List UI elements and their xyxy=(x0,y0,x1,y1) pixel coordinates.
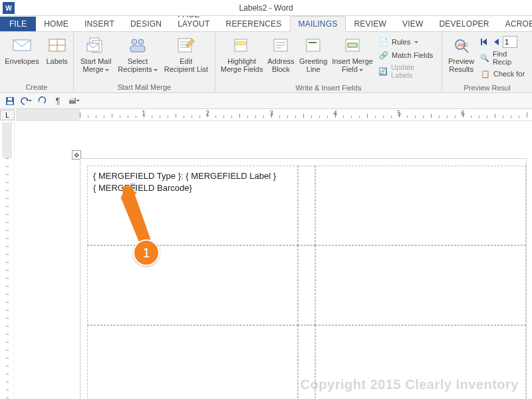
check-errors-button[interactable]: 📋Check for xyxy=(479,68,527,80)
envelopes-button[interactable]: Envelopes xyxy=(2,33,41,66)
labels-icon xyxy=(47,35,68,56)
watermark: Copyright 2015 Clearly Inventory xyxy=(301,377,519,392)
tab-references[interactable]: REFERENCES xyxy=(218,17,290,31)
paragraph-marks-button[interactable]: ¶ xyxy=(52,95,64,107)
vertical-ruler[interactable] xyxy=(0,122,15,399)
tab-mailings[interactable]: MAILINGS xyxy=(290,16,346,32)
group-create: Envelopes Labels Create xyxy=(0,32,74,92)
prev-record-button[interactable] xyxy=(491,37,501,47)
record-number-input[interactable] xyxy=(503,36,517,48)
svg-point-7 xyxy=(132,39,137,45)
label-cell-1[interactable]: { MERGEFIELD Type }: { MERGEFIELD Label … xyxy=(87,166,298,245)
insert-merge-field-button[interactable]: Insert Merge Field xyxy=(331,33,374,82)
svg-rect-16 xyxy=(236,42,245,45)
update-labels-button[interactable]: 🔄Update Labels xyxy=(377,63,436,80)
group-write-label: Write & Insert Fields xyxy=(219,82,438,93)
label-cell-5[interactable] xyxy=(87,325,298,399)
chevron-down-icon xyxy=(154,69,158,73)
svg-marker-28 xyxy=(482,39,487,45)
group-create-label: Create xyxy=(4,82,69,92)
gutter xyxy=(298,245,315,325)
select-recipients-button[interactable]: Select Recipients xyxy=(115,33,160,74)
word-app-icon: W xyxy=(3,2,15,14)
svg-rect-33 xyxy=(8,98,12,100)
recipients-icon xyxy=(127,35,148,56)
chevron-down-icon xyxy=(359,69,363,73)
preview-icon: ABC xyxy=(451,35,472,56)
quick-access-toolbar: ¶ xyxy=(0,93,532,109)
start-mail-merge-icon xyxy=(85,35,106,56)
group-preview-label: Preview Resul xyxy=(446,82,528,93)
tab-file[interactable]: FILE xyxy=(0,17,36,31)
envelope-icon xyxy=(11,35,33,56)
labels-table: { MERGEFIELD Type }: { MERGEFIELD Label … xyxy=(87,166,526,399)
first-record-button[interactable] xyxy=(479,37,489,47)
label-cell-2[interactable] xyxy=(315,166,526,245)
group-write-insert: Highlight Merge Fields Address Block Gre… xyxy=(215,32,442,92)
document-area[interactable]: ✥ { MERGEFIELD Type }: { MERGEFIELD Labe… xyxy=(16,122,532,399)
record-nav xyxy=(479,36,527,48)
check-icon: 📋 xyxy=(480,68,491,79)
svg-rect-32 xyxy=(7,102,13,104)
tab-acrobat[interactable]: ACROBAT xyxy=(497,17,532,31)
chevron-down-icon xyxy=(414,41,418,45)
callout-badge-1: 1 xyxy=(133,239,160,266)
pilcrow-icon: ¶ xyxy=(56,96,61,106)
svg-rect-24 xyxy=(348,43,357,47)
edit-list-icon xyxy=(176,35,197,56)
find-recipient-button[interactable]: 🔍Find Recip xyxy=(479,49,527,66)
save-icon xyxy=(5,96,15,106)
svg-rect-15 xyxy=(235,39,247,51)
label-cell-4[interactable] xyxy=(315,245,526,325)
address-block-icon xyxy=(270,35,291,56)
edit-recipient-list-button[interactable]: Edit Recipient List xyxy=(162,33,211,74)
ribbon: Envelopes Labels Create Start Mail Merge xyxy=(0,32,532,93)
save-button[interactable] xyxy=(4,95,16,107)
window-title: Labels2 - Word xyxy=(239,3,293,13)
chevron-down-icon xyxy=(105,69,109,73)
address-block-button[interactable]: Address Block xyxy=(265,33,296,82)
tab-developer[interactable]: DEVELOPER xyxy=(432,17,497,31)
group-start-mail-merge: Start Mail Merge Select Recipients Edit … xyxy=(74,32,215,92)
page: { MERGEFIELD Type }: { MERGEFIELD Label … xyxy=(80,158,527,399)
chevron-down-icon xyxy=(76,100,80,104)
rules-button[interactable]: 📄Rules xyxy=(377,36,436,48)
highlight-icon xyxy=(231,35,253,56)
undo-icon xyxy=(20,96,28,106)
tab-selector[interactable]: L xyxy=(0,110,15,120)
chevron-down-icon xyxy=(28,100,32,104)
update-icon: 🔄 xyxy=(378,66,388,76)
start-mail-merge-button[interactable]: Start Mail Merge xyxy=(78,33,114,74)
gutter xyxy=(298,166,315,245)
tab-insert[interactable]: INSERT xyxy=(76,17,122,31)
printer-icon xyxy=(68,96,76,106)
labels-button[interactable]: Labels xyxy=(43,33,71,66)
svg-line-26 xyxy=(464,48,468,53)
svg-text:ABC: ABC xyxy=(458,42,469,48)
svg-point-8 xyxy=(138,39,144,45)
svg-rect-29 xyxy=(481,39,482,45)
title-bar: W Labels2 - Word xyxy=(0,0,532,16)
match-fields-button[interactable]: 🔗Match Fields xyxy=(377,49,436,61)
horizontal-ruler[interactable]: 123456 xyxy=(16,109,532,121)
tab-view[interactable]: VIEW xyxy=(394,17,431,31)
label-cell-3[interactable] xyxy=(87,245,298,325)
highlight-merge-fields-button[interactable]: Highlight Merge Fields xyxy=(219,33,265,82)
match-icon: 🔗 xyxy=(378,50,389,61)
tab-design[interactable]: DESIGN xyxy=(122,17,170,31)
quick-print-button[interactable] xyxy=(68,95,80,107)
merge-line-2: { MERGEFIELD Barcode} xyxy=(93,182,292,194)
insert-field-icon xyxy=(342,35,363,56)
greeting-line-button[interactable]: Greeting Line xyxy=(297,33,329,82)
undo-button[interactable] xyxy=(20,95,32,107)
redo-button[interactable] xyxy=(36,95,48,107)
preview-results-button[interactable]: ABC Preview Results xyxy=(446,33,476,82)
rules-icon: 📄 xyxy=(378,37,389,47)
svg-rect-9 xyxy=(130,46,145,52)
svg-rect-21 xyxy=(307,39,320,51)
merge-line-1: { MERGEFIELD Type }: { MERGEFIELD Label … xyxy=(93,170,292,182)
search-icon: 🔍 xyxy=(480,53,490,63)
greeting-icon xyxy=(303,35,324,56)
tab-home[interactable]: HOME xyxy=(36,17,76,31)
tab-review[interactable]: REVIEW xyxy=(346,17,394,31)
